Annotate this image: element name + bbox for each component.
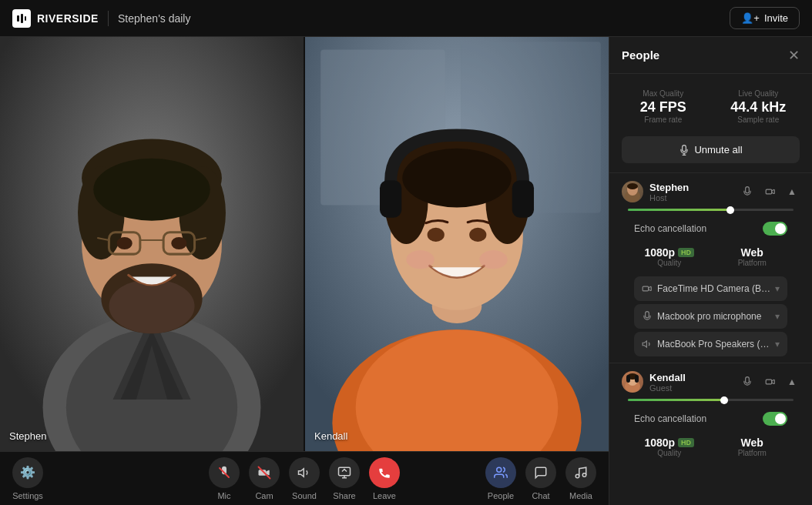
kendall-platform-item: Web Platform: [717, 436, 788, 457]
kendall-video-art: [305, 37, 609, 451]
mic-label: Mic: [217, 491, 230, 500]
people-icon: [485, 457, 516, 488]
stephen-mic-name: Macbook pro microphone: [657, 311, 770, 322]
stephen-camera-name: FaceTime HD Camera (Built...: [657, 283, 770, 294]
stephen-platform-item: Web Platform: [717, 246, 788, 267]
invite-icon: 👤+: [741, 12, 760, 24]
share-icon: [329, 457, 360, 488]
svg-point-40: [479, 250, 507, 269]
svg-marker-56: [643, 341, 646, 347]
panel-title: People: [622, 48, 659, 62]
stephen-echo-toggle[interactable]: [763, 222, 787, 236]
stephen-echo-row: Echo cancellation: [622, 216, 800, 242]
stephen-controls: ▲: [738, 182, 800, 201]
stephen-quality-row: 1080p HD Quality Web Platform: [622, 242, 800, 273]
svg-point-38: [469, 228, 486, 242]
header: RIVERSIDE Stephen's daily 👤+ Invite: [0, 0, 812, 37]
cam-label: Cam: [255, 491, 273, 500]
svg-rect-35: [380, 180, 401, 217]
sound-label: Sound: [292, 491, 317, 500]
kendall-mic-icon[interactable]: [738, 373, 757, 391]
header-actions: 👤+ Invite: [730, 7, 800, 29]
camera-dropdown-arrow: ▾: [775, 283, 780, 294]
kendall-volume-fill: [628, 399, 724, 401]
person-header-stephen: Stephen Host ▲: [622, 181, 800, 202]
stephen-volume-slider[interactable]: [628, 209, 794, 211]
kendall-role: Guest: [649, 383, 732, 393]
svg-rect-0: [17, 15, 19, 22]
kendall-hd-badge: HD: [678, 438, 694, 447]
stephen-speaker-dropdown[interactable]: MacBook Pro Speakers (Buil... ▾: [634, 332, 787, 356]
unmute-all-button[interactable]: Unmute all: [622, 136, 800, 163]
stephen-platform-label: Platform: [717, 259, 788, 267]
fps-stat: Max Quality 24 FPS Frame rate: [622, 89, 705, 124]
svg-point-46: [497, 467, 502, 472]
session-title: Stephen's daily: [118, 12, 191, 25]
camera-icon: [642, 283, 653, 294]
chat-icon: [525, 457, 556, 488]
media-label: Media: [569, 491, 592, 500]
toolbar-center: Mic Cam Sound: [209, 457, 400, 500]
stephen-chevron-icon[interactable]: ▲: [784, 184, 800, 199]
fps-value: 24 FPS: [622, 99, 705, 115]
kendall-controls: ▲: [738, 373, 800, 391]
stephen-echo-label: Echo cancellation: [634, 223, 706, 234]
stephen-cam-icon[interactable]: [761, 182, 780, 201]
people-button[interactable]: People: [485, 457, 516, 500]
svg-rect-55: [643, 286, 649, 291]
svg-rect-60: [626, 375, 630, 383]
media-icon: [565, 457, 596, 488]
live-quality-label: Live Quality: [717, 89, 800, 98]
cam-button[interactable]: Cam: [249, 457, 280, 500]
mic-button[interactable]: Mic: [209, 457, 240, 500]
microphone-icon: [642, 311, 653, 322]
kendall-echo-toggle[interactable]: [763, 412, 787, 426]
media-button[interactable]: Media: [565, 457, 596, 500]
svg-rect-61: [635, 375, 639, 383]
main-area: Stephen: [0, 37, 812, 505]
kendall-cam-icon[interactable]: [761, 373, 780, 391]
svg-rect-1: [21, 14, 23, 23]
header-divider: [108, 11, 109, 26]
person-info-stephen: Stephen Host: [649, 182, 732, 202]
leave-icon: [369, 457, 400, 488]
svg-point-34: [402, 149, 511, 208]
settings-icon: ⚙️: [12, 457, 43, 488]
settings-button[interactable]: ⚙️ Settings: [12, 457, 43, 500]
person-entry-stephen: Stephen Host ▲: [609, 172, 812, 363]
svg-rect-62: [766, 380, 772, 384]
logo: RIVERSIDE: [12, 9, 99, 28]
svg-point-16: [109, 279, 194, 333]
sound-button[interactable]: Sound: [289, 457, 320, 500]
svg-point-53: [627, 183, 638, 189]
stephen-speaker-name: MacBook Pro Speakers (Buil...: [657, 339, 770, 349]
stephen-camera-dropdown[interactable]: FaceTime HD Camera (Built... ▾: [634, 276, 787, 301]
kendall-quality-row: 1080p HD Quality Web Platform: [622, 432, 800, 463]
toolbar: ⚙️ Settings Mic Cam: [0, 451, 609, 505]
person-header-kendall: Kendall Guest ▲: [622, 371, 800, 393]
stephen-mic-dropdown[interactable]: Macbook pro microphone ▾: [634, 304, 787, 329]
kendall-quality-value: 1080p HD: [634, 436, 705, 449]
stephen-volume-thumb: [726, 206, 734, 214]
share-button[interactable]: Share: [329, 457, 360, 500]
stephen-platform-value: Web: [717, 246, 788, 259]
panel-content: Max Quality 24 FPS Frame rate Live Quali…: [609, 74, 812, 505]
leave-button[interactable]: Leave: [369, 457, 400, 500]
stephen-quality-value: 1080p HD: [634, 246, 705, 259]
khz-label: Sample rate: [717, 115, 800, 124]
video-cell-kendall: Kendall: [305, 37, 609, 451]
chat-button[interactable]: Chat: [525, 457, 556, 500]
logo-icon: [12, 9, 31, 28]
kendall-chevron-icon[interactable]: ▲: [784, 374, 800, 390]
panel-close-button[interactable]: ✕: [788, 48, 800, 62]
kendall-volume-slider[interactable]: [628, 399, 794, 401]
svg-rect-2: [25, 16, 26, 21]
stephen-mic-icon[interactable]: [738, 182, 757, 201]
kendall-quality-label: Quality: [634, 449, 705, 457]
avatar-kendall: [622, 371, 643, 393]
invite-button[interactable]: 👤+ Invite: [730, 7, 800, 29]
kendall-volume-thumb: [720, 396, 728, 404]
sound-icon: [289, 457, 320, 488]
kendall-echo-row: Echo cancellation: [622, 406, 800, 432]
avatar-stephen: [622, 181, 643, 202]
